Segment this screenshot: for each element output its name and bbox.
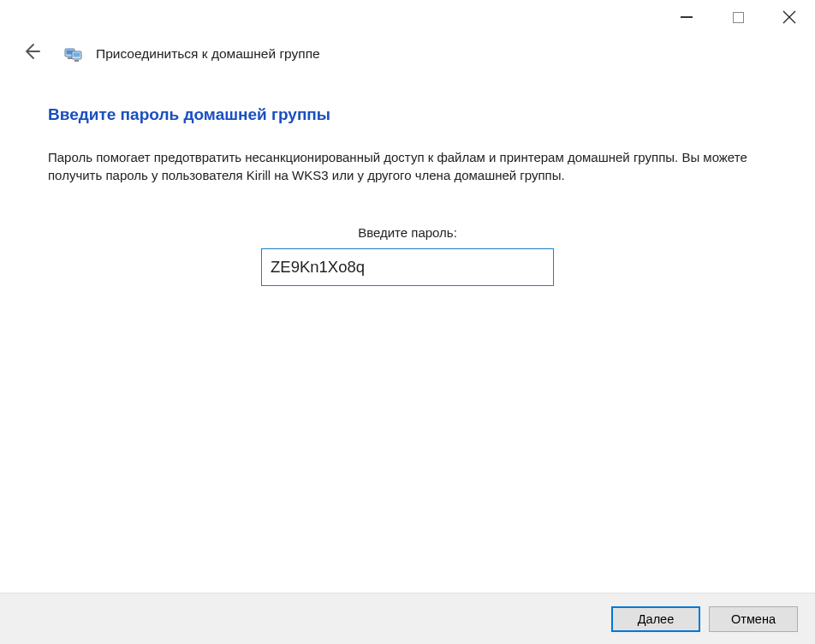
password-input[interactable] [261,248,554,286]
next-button[interactable]: Далее [611,606,700,632]
maximize-icon [733,12,744,23]
password-label: Введите пароль: [48,225,767,240]
back-button[interactable] [17,39,46,69]
svg-rect-6 [74,53,80,57]
header: Присоединиться к домашней группе [0,34,815,80]
content-area: Введите пароль домашней группы Пароль по… [0,80,815,286]
password-section: Введите пароль: [48,225,767,286]
titlebar [0,0,815,34]
description-text: Пароль помогает предотвратить несанкцион… [48,148,767,184]
back-arrow-icon [22,42,41,61]
minimize-button[interactable] [661,3,712,32]
homegroup-icon [64,45,83,63]
footer: Далее Отмена [0,593,815,644]
svg-rect-7 [74,60,79,62]
page-heading: Введите пароль домашней группы [48,105,767,124]
close-icon [782,10,796,24]
close-button[interactable] [764,3,815,32]
minimize-icon [681,16,693,18]
window-title: Присоединиться к домашней группе [96,46,320,62]
cancel-button[interactable]: Отмена [709,606,798,632]
svg-rect-4 [68,57,72,59]
maximize-button[interactable] [712,3,764,32]
